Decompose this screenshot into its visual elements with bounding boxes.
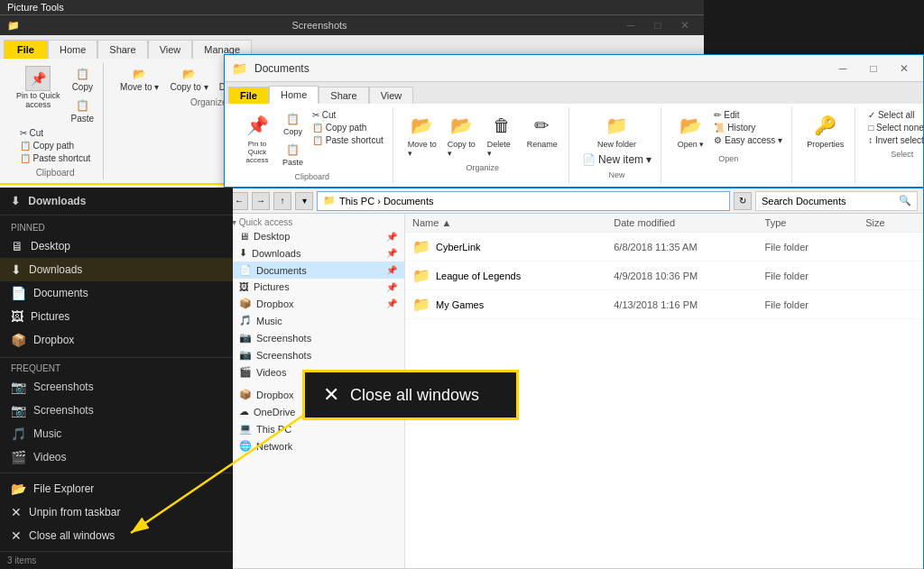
fg-pasteshortcut-btn[interactable]: 📋 Paste shortcut [310, 134, 385, 146]
bg-copypath-btn[interactable]: 📋 Copy path [18, 140, 93, 151]
fg-pin-btn[interactable]: 📌 Pin to Quickaccess [239, 109, 275, 169]
fg-newitem-btn[interactable]: 📄 New item ▾ [580, 152, 654, 167]
fg-col-size[interactable]: Size [865, 217, 916, 228]
fg-nav-thispc[interactable]: 💻 This PC [225, 420, 404, 437]
fg-downloads-pin: 📌 [386, 248, 397, 258]
fg-selectnone-btn[interactable]: □ Select none [866, 122, 924, 133]
ctx-item-screenshots2[interactable]: 📷 Screenshots [0, 399, 233, 422]
fg-properties-btn[interactable]: 🔑 Properties [803, 109, 847, 151]
bg-tab-share[interactable]: Share [97, 40, 147, 59]
bg-paste-btn[interactable]: 📋 Paste [68, 96, 98, 125]
bg-cut-btn[interactable]: ✂ Cut [18, 127, 93, 139]
ctx-item-music[interactable]: 🎵 Music [0, 422, 233, 445]
fg-nav-screenshots2[interactable]: 📷 Screenshots [225, 346, 404, 363]
bg-tab-home[interactable]: Home [48, 40, 97, 59]
file-type: File folder [765, 271, 866, 281]
ctx-item-documents[interactable]: 📄 Documents [0, 281, 233, 305]
fg-open-label: Open ▾ [678, 140, 705, 149]
fg-quick-access-label: ▾ Quick access [225, 214, 404, 228]
fg-nav-pictures[interactable]: 🖼 Pictures 📌 [225, 279, 404, 295]
ctx-item-videos[interactable]: 🎬 Videos [0, 445, 233, 469]
fg-col-name[interactable]: Name ▲ [412, 217, 614, 228]
fg-selectall-btn[interactable]: ✓ Select all [866, 109, 924, 121]
fg-screenshots1-label: Screenshots [256, 333, 311, 344]
bg-moveto-btn[interactable]: 📂 Move to ▾ [116, 64, 162, 94]
fg-nav-downloads[interactable]: ⬇ Downloads 📌 [225, 244, 404, 262]
fg-copypath-btn[interactable]: 📋 Copy path [310, 122, 385, 133]
fg-tab-view[interactable]: View [369, 87, 414, 104]
fg-col-type[interactable]: Type [765, 217, 866, 228]
fg-nav-screenshots1[interactable]: 📷 Screenshots [225, 329, 404, 346]
ctx-file-explorer-btn[interactable]: 📂 File Explorer [0, 477, 233, 500]
bg-paste-label: Paste [71, 114, 95, 124]
fg-nav-documents[interactable]: 📄 Documents 📌 [225, 262, 404, 279]
fg-search-text: Search Documents [762, 196, 846, 206]
fg-rename-label: Rename [527, 140, 558, 149]
bg-tab-view[interactable]: View [148, 40, 193, 59]
bg-minimize-btn[interactable]: ─ [619, 14, 642, 37]
bg-close-btn[interactable]: ✕ [673, 14, 697, 37]
fg-paste-btn[interactable]: 📋 Paste [279, 140, 307, 169]
fg-nav-desktop[interactable]: 🖥 Desktop 📌 [225, 228, 404, 244]
fg-search-box[interactable]: Search Documents 🔍 [755, 191, 918, 211]
bg-window-icon: 📁 [7, 20, 20, 32]
folder-icon: 📁 [412, 238, 430, 255]
fg-pin-icon: 📌 [243, 111, 272, 140]
ctx-unpin-btn[interactable]: ✕ Unpin from taskbar [0, 500, 233, 524]
fg-easyaccess-btn[interactable]: ⚙ Easy access ▾ [712, 134, 784, 146]
fg-copyto-btn[interactable]: 📂 Copy to ▾ [444, 109, 480, 160]
fg-moveto-label: Move to ▾ [408, 140, 437, 158]
bg-pin-btn[interactable]: 📌 Pin to Quickaccess [13, 64, 64, 125]
fg-window-icon: 📁 [232, 61, 247, 76]
bg-tab-file[interactable]: File [4, 40, 48, 59]
fg-newfolder-btn[interactable]: 📁 New folder [580, 109, 654, 151]
fg-select-label: Select [866, 150, 924, 159]
fg-tab-home[interactable]: Home [269, 86, 319, 104]
fg-back-btn[interactable]: ← [230, 192, 248, 210]
file-name-cell: 📁 League of Legends [412, 267, 614, 284]
fg-cut-btn[interactable]: ✂ Cut [310, 109, 385, 121]
bg-copyto-label: Copy to ▾ [170, 82, 208, 92]
fg-recent-btn[interactable]: ▾ [295, 192, 313, 210]
fg-tab-share[interactable]: Share [319, 87, 368, 104]
fg-nav-dropbox[interactable]: 📦 Dropbox 📌 [225, 295, 404, 312]
fg-history-btn[interactable]: 📜 History [712, 122, 784, 133]
ctx-item-dropbox[interactable]: 📦 Dropbox [0, 328, 233, 352]
fg-copy-btn[interactable]: 📋 Copy [279, 109, 307, 138]
ctx-item-desktop[interactable]: 🖥 Desktop [0, 234, 233, 258]
fg-fwd-btn[interactable]: → [252, 192, 270, 210]
fg-address-path[interactable]: 📁 This PC › Documents [317, 191, 730, 211]
fg-invert-btn[interactable]: ↕ Invert selection [866, 134, 924, 146]
fg-tab-file[interactable]: File [228, 87, 269, 104]
fg-up-btn[interactable]: ↑ [273, 192, 291, 210]
bg-clipboard-group: 📌 Pin to Quickaccess 📋 Copy 📋 Paste ✂ Cu… [7, 62, 104, 179]
fg-refresh-btn[interactable]: ↻ [734, 192, 752, 210]
ctx-item-downloads[interactable]: ⬇ Downloads [0, 258, 233, 281]
fg-col-date[interactable]: Date modified [614, 217, 764, 228]
fg-nav-music[interactable]: 🎵 Music [225, 312, 404, 329]
fg-edit-btn[interactable]: ✏ Edit [712, 109, 784, 121]
ctx-item-pictures[interactable]: 🖼 Pictures [0, 305, 233, 328]
table-row[interactable]: 📁 League of Legends 4/9/2018 10:36 PM Fi… [405, 262, 923, 290]
fg-maximize-btn[interactable]: □ [862, 57, 885, 80]
fg-open-btn[interactable]: 📂 Open ▾ [672, 109, 708, 151]
fg-copyto-label: Copy to ▾ [448, 140, 476, 158]
ctx-explorer-label: File Explorer [33, 482, 94, 495]
fg-delete-btn[interactable]: 🗑 Delete ▾ [484, 109, 520, 160]
table-row[interactable]: 📁 CyberLink 6/8/2018 11:35 AM File folde… [405, 233, 923, 262]
bg-maximize-btn[interactable]: □ [646, 14, 670, 37]
bg-pasteshortcut-btn[interactable]: 📋 Paste shortcut [18, 152, 93, 164]
bg-copyto-btn[interactable]: 📂 Copy to ▾ [166, 64, 211, 94]
fg-rename-btn[interactable]: ✏ Rename [523, 109, 561, 160]
ctx-item-screenshots1[interactable]: 📷 Screenshots [0, 375, 233, 399]
fg-close-btn[interactable]: ✕ [892, 57, 916, 80]
close-all-windows-popup[interactable]: ✕ Close all windows [302, 370, 519, 420]
fg-minimize-btn[interactable]: ─ [831, 57, 855, 80]
fg-open-icon: 📂 [676, 111, 705, 140]
bg-copy-btn[interactable]: 📋 Copy [68, 64, 98, 94]
table-row[interactable]: 📁 My Games 4/13/2018 1:16 PM File folder [405, 290, 923, 319]
folder-icon: 📁 [412, 267, 430, 284]
ctx-close-all-btn[interactable]: ✕ Close all windows [0, 524, 233, 547]
fg-moveto-btn[interactable]: 📂 Move to ▾ [404, 109, 440, 160]
fg-nav-network[interactable]: 🌐 Network [225, 437, 404, 454]
